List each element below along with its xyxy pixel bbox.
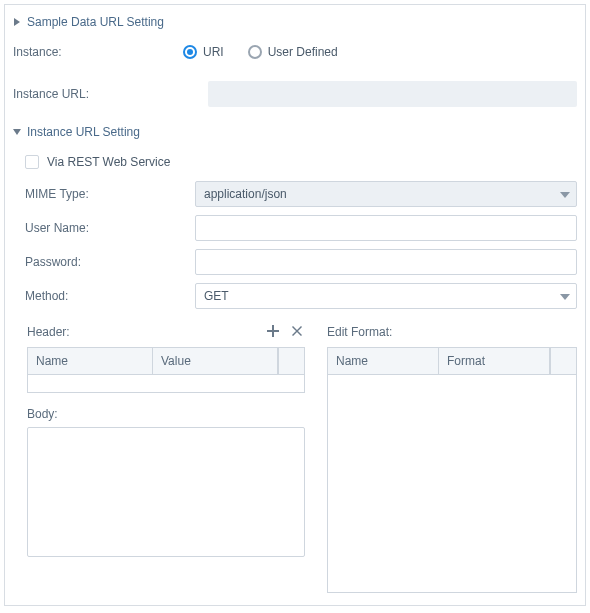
header-col-name[interactable]: Name bbox=[28, 348, 153, 374]
radio-user-defined-label: User Defined bbox=[268, 45, 338, 59]
header-body-column: Header: Name bbox=[27, 321, 305, 593]
instance-url-section-title: Instance URL Setting bbox=[27, 125, 140, 139]
sample-data-url-section-header[interactable]: Sample Data URL Setting bbox=[13, 11, 577, 37]
instance-url-section-header[interactable]: Instance URL Setting bbox=[13, 121, 577, 147]
mime-label: MIME Type: bbox=[13, 187, 195, 201]
instance-label: Instance: bbox=[13, 45, 183, 59]
chevron-down-icon bbox=[13, 125, 21, 139]
instance-url-row: Instance URL: bbox=[13, 77, 577, 111]
plus-icon bbox=[267, 325, 279, 340]
instance-url-input[interactable] bbox=[208, 81, 577, 107]
instance-radio-user-defined[interactable]: User Defined bbox=[248, 45, 338, 59]
method-label: Method: bbox=[13, 289, 195, 303]
header-label: Header: bbox=[27, 325, 70, 339]
body-label: Body: bbox=[27, 407, 305, 421]
password-row: Password: bbox=[13, 245, 577, 279]
header-subheader: Header: bbox=[27, 321, 305, 343]
edit-format-col-name[interactable]: Name bbox=[328, 348, 439, 374]
edit-format-tbody[interactable] bbox=[328, 374, 576, 592]
instance-radio-uri[interactable]: URI bbox=[183, 45, 224, 59]
method-select[interactable]: GET bbox=[195, 283, 577, 309]
edit-format-label: Edit Format: bbox=[327, 325, 392, 339]
header-tbody[interactable] bbox=[28, 374, 304, 392]
close-icon bbox=[292, 325, 302, 339]
method-row: Method: GET bbox=[13, 279, 577, 313]
remove-header-button[interactable] bbox=[289, 324, 305, 340]
lower-columns: Header: Name bbox=[13, 321, 577, 593]
edit-format-col-spacer bbox=[550, 348, 576, 374]
mime-select[interactable]: application/json bbox=[195, 181, 577, 207]
username-input[interactable] bbox=[195, 215, 577, 241]
via-rest-checkbox[interactable] bbox=[25, 155, 39, 169]
username-label: User Name: bbox=[13, 221, 195, 235]
chevron-right-icon bbox=[13, 15, 21, 29]
sample-section-title: Sample Data URL Setting bbox=[27, 15, 164, 29]
chevron-down-icon bbox=[560, 187, 570, 201]
header-col-value[interactable]: Value bbox=[153, 348, 278, 374]
password-label: Password: bbox=[13, 255, 195, 269]
edit-format-table[interactable]: Name Format bbox=[327, 347, 577, 593]
radio-icon bbox=[248, 45, 262, 59]
username-row: User Name: bbox=[13, 211, 577, 245]
edit-format-subheader: Edit Format: bbox=[327, 321, 577, 343]
radio-uri-label: URI bbox=[203, 45, 224, 59]
instance-row: Instance: URI User Defined bbox=[13, 37, 577, 67]
instance-url-label: Instance URL: bbox=[13, 87, 208, 101]
body-textarea[interactable] bbox=[27, 427, 305, 557]
via-rest-row: Via REST Web Service bbox=[13, 147, 577, 177]
header-table[interactable]: Name Value bbox=[27, 347, 305, 393]
via-rest-label: Via REST Web Service bbox=[47, 155, 170, 169]
password-input[interactable] bbox=[195, 249, 577, 275]
mime-row: MIME Type: application/json bbox=[13, 177, 577, 211]
header-thead: Name Value bbox=[28, 348, 304, 374]
add-header-button[interactable] bbox=[265, 324, 281, 340]
settings-panel: Sample Data URL Setting Instance: URI Us… bbox=[4, 4, 586, 606]
mime-value: application/json bbox=[204, 187, 287, 201]
method-value: GET bbox=[204, 289, 229, 303]
chevron-down-icon bbox=[560, 289, 570, 303]
edit-format-col-format[interactable]: Format bbox=[439, 348, 550, 374]
header-col-spacer bbox=[278, 348, 304, 374]
edit-format-thead: Name Format bbox=[328, 348, 576, 374]
edit-format-column: Edit Format: Name Format bbox=[327, 321, 577, 593]
radio-icon bbox=[183, 45, 197, 59]
